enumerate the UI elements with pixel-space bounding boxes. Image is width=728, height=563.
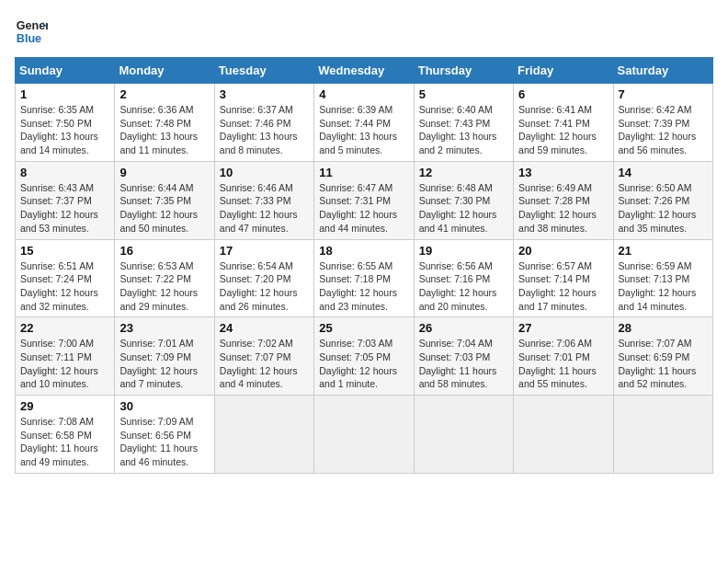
day-info: Sunrise: 6:41 AM Sunset: 7:41 PM Dayligh…: [518, 103, 608, 157]
weekday-header-saturday: Saturday: [613, 58, 712, 84]
day-info: Sunrise: 6:53 AM Sunset: 7:22 PM Dayligh…: [119, 259, 209, 314]
day-info: Sunrise: 6:39 AM Sunset: 7:44 PM Dayligh…: [319, 103, 408, 157]
day-number: 17: [220, 244, 309, 258]
day-number: 8: [20, 166, 109, 179]
weekday-header-friday: Friday: [514, 58, 613, 84]
day-number: 18: [319, 244, 408, 258]
day-number: 14: [619, 166, 708, 179]
day-number: 7: [619, 87, 708, 101]
day-info: Sunrise: 7:00 AM Sunset: 7:11 PM Dayligh…: [20, 337, 109, 391]
day-number: 11: [319, 166, 408, 179]
day-info: Sunrise: 6:36 AM Sunset: 7:48 PM Dayligh…: [119, 103, 209, 157]
day-number: 20: [518, 244, 608, 258]
day-info: Sunrise: 6:59 AM Sunset: 7:13 PM Dayligh…: [619, 259, 708, 314]
calendar-day: 7 Sunrise: 6:42 AM Sunset: 7:39 PM Dayli…: [613, 84, 712, 162]
calendar-day: [514, 396, 613, 474]
calendar-day: 18 Sunrise: 6:55 AM Sunset: 7:18 PM Dayl…: [314, 239, 414, 317]
calendar-day: 26 Sunrise: 7:04 AM Sunset: 7:03 PM Dayl…: [414, 317, 513, 396]
calendar-day: 8 Sunrise: 6:43 AM Sunset: 7:37 PM Dayli…: [16, 161, 115, 239]
day-number: 13: [518, 166, 608, 179]
page-header: General Blue: [15, 15, 713, 48]
calendar-day: 3 Sunrise: 6:37 AM Sunset: 7:46 PM Dayli…: [214, 84, 313, 162]
day-info: Sunrise: 7:04 AM Sunset: 7:03 PM Dayligh…: [419, 337, 508, 391]
svg-text:General: General: [17, 19, 48, 32]
day-info: Sunrise: 7:08 AM Sunset: 6:58 PM Dayligh…: [20, 415, 109, 469]
day-number: 10: [220, 166, 309, 179]
day-info: Sunrise: 6:35 AM Sunset: 7:50 PM Dayligh…: [20, 103, 109, 157]
day-number: 28: [619, 321, 708, 335]
day-number: 15: [20, 244, 109, 258]
day-number: 12: [419, 166, 508, 179]
day-number: 2: [119, 87, 209, 101]
calendar-day: 22 Sunrise: 7:00 AM Sunset: 7:11 PM Dayl…: [16, 317, 115, 396]
day-number: 27: [518, 321, 608, 335]
day-info: Sunrise: 6:55 AM Sunset: 7:18 PM Dayligh…: [319, 259, 408, 314]
day-number: 22: [20, 321, 109, 335]
calendar-day: 13 Sunrise: 6:49 AM Sunset: 7:28 PM Dayl…: [514, 161, 613, 239]
day-info: Sunrise: 6:44 AM Sunset: 7:35 PM Dayligh…: [119, 181, 209, 236]
day-number: 23: [119, 321, 209, 335]
calendar-day: 2 Sunrise: 6:36 AM Sunset: 7:48 PM Dayli…: [115, 84, 214, 162]
calendar-day: 21 Sunrise: 6:59 AM Sunset: 7:13 PM Dayl…: [613, 239, 712, 317]
day-info: Sunrise: 6:40 AM Sunset: 7:43 PM Dayligh…: [419, 103, 508, 157]
day-info: Sunrise: 7:01 AM Sunset: 7:09 PM Dayligh…: [119, 337, 209, 391]
weekday-header-thursday: Thursday: [414, 58, 513, 84]
day-number: 1: [20, 87, 109, 101]
calendar-day: 23 Sunrise: 7:01 AM Sunset: 7:09 PM Dayl…: [115, 317, 214, 396]
day-number: 16: [119, 244, 209, 258]
day-info: Sunrise: 6:50 AM Sunset: 7:26 PM Dayligh…: [619, 181, 708, 236]
calendar-day: 15 Sunrise: 6:51 AM Sunset: 7:24 PM Dayl…: [16, 239, 115, 317]
day-number: 26: [419, 321, 508, 335]
day-number: 24: [220, 321, 309, 335]
calendar-day: 14 Sunrise: 6:50 AM Sunset: 7:26 PM Dayl…: [613, 161, 712, 239]
day-info: Sunrise: 7:07 AM Sunset: 6:59 PM Dayligh…: [619, 337, 708, 391]
day-number: 9: [119, 166, 209, 179]
day-info: Sunrise: 6:43 AM Sunset: 7:37 PM Dayligh…: [20, 181, 109, 236]
day-info: Sunrise: 6:49 AM Sunset: 7:28 PM Dayligh…: [518, 181, 608, 236]
day-info: Sunrise: 7:03 AM Sunset: 7:05 PM Dayligh…: [319, 337, 408, 391]
weekday-header-tuesday: Tuesday: [214, 58, 313, 84]
calendar-day: 4 Sunrise: 6:39 AM Sunset: 7:44 PM Dayli…: [314, 84, 414, 162]
day-info: Sunrise: 6:54 AM Sunset: 7:20 PM Dayligh…: [220, 259, 309, 314]
logo-icon: General Blue: [15, 15, 48, 48]
calendar-table: SundayMondayTuesdayWednesdayThursdayFrid…: [15, 57, 713, 474]
calendar-day: 5 Sunrise: 6:40 AM Sunset: 7:43 PM Dayli…: [414, 84, 513, 162]
calendar-day: 28 Sunrise: 7:07 AM Sunset: 6:59 PM Dayl…: [613, 317, 712, 396]
calendar-day: 6 Sunrise: 6:41 AM Sunset: 7:41 PM Dayli…: [514, 84, 613, 162]
calendar-day: [314, 396, 414, 474]
calendar-day: 17 Sunrise: 6:54 AM Sunset: 7:20 PM Dayl…: [214, 239, 313, 317]
day-number: 6: [518, 87, 608, 101]
day-number: 29: [20, 399, 109, 413]
calendar-day: 29 Sunrise: 7:08 AM Sunset: 6:58 PM Dayl…: [16, 396, 115, 474]
calendar-week-4: 22 Sunrise: 7:00 AM Sunset: 7:11 PM Dayl…: [16, 317, 713, 396]
calendar-day: 11 Sunrise: 6:47 AM Sunset: 7:31 PM Dayl…: [314, 161, 414, 239]
day-number: 5: [419, 87, 508, 101]
day-info: Sunrise: 7:09 AM Sunset: 6:56 PM Dayligh…: [119, 415, 209, 469]
calendar-day: [214, 396, 313, 474]
day-info: Sunrise: 6:47 AM Sunset: 7:31 PM Dayligh…: [319, 181, 408, 236]
day-info: Sunrise: 6:42 AM Sunset: 7:39 PM Dayligh…: [619, 103, 708, 157]
calendar-day: 12 Sunrise: 6:48 AM Sunset: 7:30 PM Dayl…: [414, 161, 513, 239]
day-info: Sunrise: 7:06 AM Sunset: 7:01 PM Dayligh…: [518, 337, 608, 391]
day-info: Sunrise: 6:37 AM Sunset: 7:46 PM Dayligh…: [220, 103, 309, 157]
calendar-day: 10 Sunrise: 6:46 AM Sunset: 7:33 PM Dayl…: [214, 161, 313, 239]
calendar-day: [613, 396, 712, 474]
calendar-day: 25 Sunrise: 7:03 AM Sunset: 7:05 PM Dayl…: [314, 317, 414, 396]
calendar-day: 27 Sunrise: 7:06 AM Sunset: 7:01 PM Dayl…: [514, 317, 613, 396]
day-info: Sunrise: 6:51 AM Sunset: 7:24 PM Dayligh…: [20, 259, 109, 314]
weekday-header-monday: Monday: [115, 58, 214, 84]
calendar-day: 30 Sunrise: 7:09 AM Sunset: 6:56 PM Dayl…: [115, 396, 214, 474]
day-number: 19: [419, 244, 508, 258]
calendar-week-5: 29 Sunrise: 7:08 AM Sunset: 6:58 PM Dayl…: [16, 396, 713, 474]
calendar-week-2: 8 Sunrise: 6:43 AM Sunset: 7:37 PM Dayli…: [16, 161, 713, 239]
svg-text:Blue: Blue: [17, 32, 41, 45]
weekday-header-sunday: Sunday: [16, 58, 115, 84]
day-number: 30: [119, 399, 209, 413]
calendar-day: 24 Sunrise: 7:02 AM Sunset: 7:07 PM Dayl…: [214, 317, 313, 396]
day-info: Sunrise: 6:57 AM Sunset: 7:14 PM Dayligh…: [518, 259, 608, 314]
day-number: 4: [319, 87, 408, 101]
calendar-day: [414, 396, 513, 474]
weekday-header-wednesday: Wednesday: [314, 58, 414, 84]
calendar-week-1: 1 Sunrise: 6:35 AM Sunset: 7:50 PM Dayli…: [16, 84, 713, 162]
calendar-day: 9 Sunrise: 6:44 AM Sunset: 7:35 PM Dayli…: [115, 161, 214, 239]
